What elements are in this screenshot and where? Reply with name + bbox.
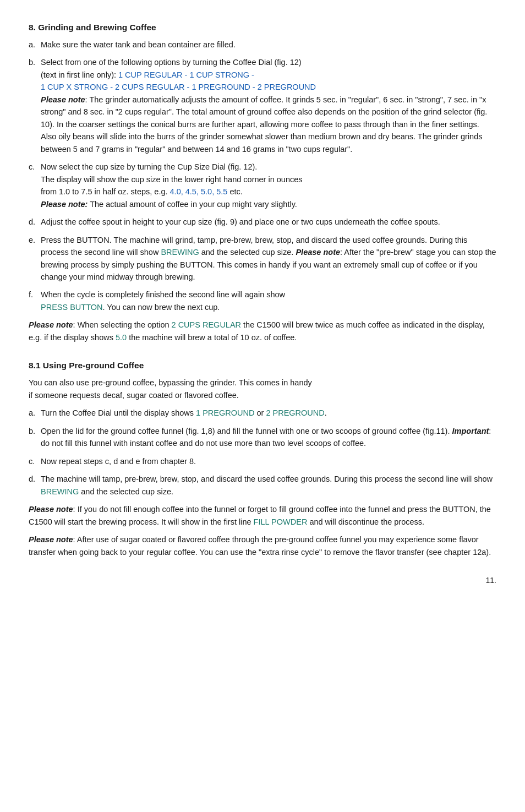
item-81d-text2: and the selected cup size. [79, 487, 173, 496]
list-label-e: e. [29, 234, 41, 284]
list-content-81c: Now repeat steps c, d and e from chapter… [41, 455, 496, 467]
list-label-c: c. [29, 161, 41, 210]
list-label-f: f. [29, 288, 41, 313]
list-item-81d: d. The machine will tamp, pre-brew, brew… [29, 473, 496, 498]
item-e-note-label: Please note [296, 248, 340, 257]
item-81a-highlight1: 1 PREGROUND [196, 408, 254, 417]
item-b-highlight2: 1 CUP X STRONG - 2 CUPS REGULAR - 1 PREG… [41, 83, 316, 91]
list-content-b: Select from one of the following options… [41, 56, 496, 155]
list-item: a. Make sure the water tank and bean con… [29, 39, 496, 51]
item-c-text1b: etc. [227, 187, 242, 196]
list-item-b: b. Select from one of the following opti… [29, 56, 496, 155]
section8-note-highlight1: 2 CUPS REGULAR [172, 320, 242, 329]
item-81a-highlight2: 2 PREGROUND [266, 408, 324, 417]
section81-note1-highlight: FILL POWDER [254, 517, 308, 526]
list-content-e: Press the BUTTON. The machine will grind… [41, 234, 496, 284]
item-d-text: Adjust the coffee spout in height to you… [41, 217, 440, 226]
section81-note2-text: : After use of sugar coated or flavored … [29, 535, 491, 556]
list-item-81a: a. Turn the Coffee Dial until the displa… [29, 407, 496, 419]
item-81b-note-label: Important [452, 427, 489, 435]
item-c-note-text: The actual amount of coffee in your cup … [88, 200, 297, 209]
list-item-d: d. Adjust the coffee spout in height to … [29, 216, 496, 228]
list-content-c: Now select the cup size by turning the C… [41, 161, 496, 210]
item-81a-text3: . [325, 408, 327, 417]
item-81d-text1: The machine will tamp, pre-brew, brew, s… [41, 475, 493, 483]
section8-note-label: Please note [29, 320, 73, 329]
section8-note-text3: the machine will brew a total of 10 oz. … [127, 333, 297, 342]
section8-note-text1: : When selecting the option [73, 320, 172, 329]
list-item-c: c. Now select the cup size by turning th… [29, 161, 496, 210]
item-f-highlight: PRESS BUTTON [41, 303, 103, 312]
list-content-81d: The machine will tamp, pre-brew, brew, s… [41, 473, 496, 498]
item-e-highlight: BREWING [161, 248, 199, 257]
list-item-e: e. Press the BUTTON. The machine will gr… [29, 234, 496, 284]
item-f-text2: . You can now brew the next cup. [103, 303, 220, 312]
section8-please-note: Please note: When selecting the option 2… [29, 319, 496, 344]
section8-note-highlight2: 5.0 [116, 333, 127, 342]
section8-title: 8. Grinding and Brewing Coffee [29, 21, 496, 34]
list-label-81c: c. [29, 455, 41, 467]
list-label-a: a. [29, 39, 41, 51]
list-content-f: When the cycle is completely finished th… [41, 288, 496, 313]
list-label-b: b. [29, 56, 41, 155]
section81-note1: Please note: If you do not fill enough c… [29, 503, 496, 528]
item-c-highlight: 4.0, 4.5, 5.0, 5.5 [170, 187, 228, 196]
item-b-note-label: Please note [41, 95, 85, 104]
list-item-81c: c. Now repeat steps c, d and e from chap… [29, 455, 496, 467]
section81-note2-label: Please note [29, 535, 73, 544]
item-81c-text: Now repeat steps c, d and e from chapter… [41, 457, 196, 466]
list-label-81d: d. [29, 473, 41, 498]
item-b-highlight1: 1 CUP REGULAR - 1 CUP STRONG - [118, 70, 254, 79]
list-label-d: d. [29, 216, 41, 228]
section81-note1-label: Please note [29, 505, 73, 514]
section81-note2: Please note: After use of sugar coated o… [29, 533, 496, 558]
list-content-d: Adjust the coffee spout in height to you… [41, 216, 496, 228]
list-label-81a: a. [29, 407, 41, 419]
section81-intro: You can also use pre-ground coffee, bypa… [29, 377, 496, 401]
item-81b-text1: Open the lid for the ground coffee funne… [41, 427, 452, 435]
list-label-81b: b. [29, 425, 41, 450]
section81-title: 8.1 Using Pre-ground Coffee [29, 359, 496, 372]
item-81d-highlight: BREWING [41, 487, 79, 496]
list-item-81b: b. Open the lid for the ground coffee fu… [29, 425, 496, 450]
page-number: 11. [29, 575, 496, 587]
item-a-text: Make sure the water tank and bean contai… [41, 40, 236, 49]
item-f-text1: When the cycle is completely finished th… [41, 290, 285, 299]
section81-note1-text2: and will discontinue the process. [307, 517, 424, 526]
item-c-note-label: Please note: [41, 200, 88, 209]
list-content-81a: Turn the Coffee Dial until the display s… [41, 407, 496, 419]
list-content-a: Make sure the water tank and bean contai… [41, 39, 496, 51]
list-item-f: f. When the cycle is completely finished… [29, 288, 496, 313]
item-e-text2: and the selected cup size. [199, 248, 296, 257]
item-b-note: Please note: The grinder automatically a… [41, 95, 487, 154]
item-b-note-text: : The grinder automatically adjusts the … [41, 95, 487, 154]
item-c-note: Please note: The actual amount of coffee… [41, 200, 297, 209]
item-81a-text1: Turn the Coffee Dial until the display s… [41, 408, 196, 417]
item-81a-text2: or [254, 408, 266, 417]
list-content-81b: Open the lid for the ground coffee funne… [41, 425, 496, 450]
